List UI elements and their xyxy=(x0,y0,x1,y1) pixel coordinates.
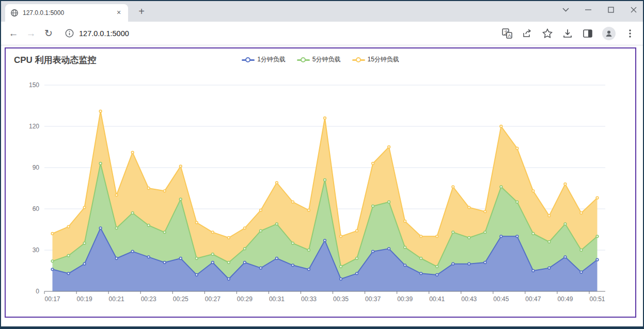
browser-tab[interactable]: 127.0.0.1:5000 × xyxy=(5,4,128,22)
svg-text:00:31: 00:31 xyxy=(269,295,285,303)
forward-button[interactable]: → xyxy=(24,26,38,41)
svg-text:00:21: 00:21 xyxy=(109,295,124,303)
tab-strip: 127.0.0.1:5000 × + xyxy=(1,1,643,22)
svg-text:00:45: 00:45 xyxy=(493,295,509,303)
svg-text:00:39: 00:39 xyxy=(397,295,413,303)
profile-avatar[interactable] xyxy=(602,27,616,40)
minimize-button[interactable] xyxy=(584,6,592,14)
svg-text:00:49: 00:49 xyxy=(557,295,573,303)
svg-text:00:27: 00:27 xyxy=(205,295,221,303)
browser-toolbar: ← → ↻ 127.0.0.1:5000 文A xyxy=(1,22,643,45)
svg-text:00:43: 00:43 xyxy=(461,295,477,303)
x-axis: 00:1700:1900:2100:2300:2500:2700:2900:31… xyxy=(44,291,605,303)
svg-text:00:17: 00:17 xyxy=(44,295,60,303)
reload-button[interactable]: ↻ xyxy=(41,26,56,41)
menu-kebab-icon[interactable] xyxy=(624,28,636,39)
url-text: 127.0.0.1:5000 xyxy=(79,29,129,38)
svg-text:00:25: 00:25 xyxy=(173,295,189,303)
svg-text:00:19: 00:19 xyxy=(77,295,92,303)
svg-text:00:23: 00:23 xyxy=(141,295,156,303)
browser-window: 127.0.0.1:5000 × + ← → ↻ xyxy=(1,1,643,326)
bookmark-star-icon[interactable] xyxy=(542,28,553,39)
y-axis-labels: 0306090120150 xyxy=(29,81,39,295)
tab-title: 127.0.0.1:5000 xyxy=(23,9,115,17)
maximize-button[interactable] xyxy=(607,6,615,14)
address-bar[interactable]: 127.0.0.1:5000 xyxy=(59,25,501,42)
series-areas xyxy=(53,111,598,291)
legend-marker-icon xyxy=(242,57,255,63)
svg-text:0: 0 xyxy=(36,288,39,295)
legend-item-5min[interactable]: 5分钟负载 xyxy=(297,55,341,64)
close-window-button[interactable] xyxy=(630,6,638,14)
svg-text:60: 60 xyxy=(33,205,40,212)
svg-text:A: A xyxy=(508,33,511,38)
translate-icon[interactable]: 文A xyxy=(501,28,513,39)
tab-close-icon[interactable]: × xyxy=(115,9,123,17)
svg-text:00:29: 00:29 xyxy=(237,295,253,303)
page-content: 030609012015000:1700:1900:2100:2300:2500… xyxy=(1,45,643,326)
chart-legend: 1分钟负载 5分钟负载 15分钟负载 xyxy=(6,55,635,64)
back-button[interactable]: ← xyxy=(6,26,21,41)
new-tab-button[interactable]: + xyxy=(135,6,148,18)
legend-item-1min[interactable]: 1分钟负载 xyxy=(242,55,286,64)
svg-text:00:37: 00:37 xyxy=(365,295,381,303)
side-panel-icon[interactable] xyxy=(582,28,593,39)
legend-marker-icon xyxy=(352,57,365,63)
share-icon[interactable] xyxy=(522,28,533,39)
cpu-load-chart[interactable]: 030609012015000:1700:1900:2100:2300:2500… xyxy=(6,48,635,317)
svg-text:120: 120 xyxy=(29,123,39,130)
globe-favicon-icon xyxy=(10,9,19,17)
legend-item-15min[interactable]: 15分钟负载 xyxy=(352,55,399,64)
svg-text:00:41: 00:41 xyxy=(429,295,445,303)
chart-panel: 030609012015000:1700:1900:2100:2300:2500… xyxy=(5,47,636,318)
site-info-icon[interactable] xyxy=(65,29,74,38)
download-icon[interactable] xyxy=(562,28,573,39)
svg-text:00:51: 00:51 xyxy=(589,295,605,303)
svg-text:30: 30 xyxy=(33,246,40,254)
svg-text:150: 150 xyxy=(29,81,39,89)
legend-marker-icon xyxy=(297,57,310,63)
svg-text:00:47: 00:47 xyxy=(525,295,541,303)
svg-text:00:35: 00:35 xyxy=(333,295,349,303)
svg-text:90: 90 xyxy=(33,164,40,171)
svg-text:00:33: 00:33 xyxy=(301,295,317,303)
tab-search-chevron-icon[interactable] xyxy=(561,6,570,14)
